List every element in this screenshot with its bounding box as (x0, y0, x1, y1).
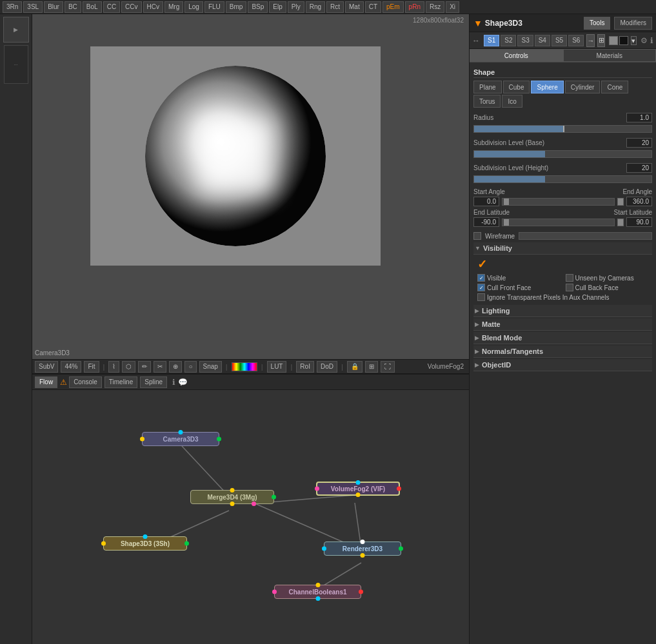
node-camera3d3[interactable]: Camera3D3 (142, 432, 219, 446)
nav-s6[interactable]: S6 (568, 35, 584, 46)
swatch-2[interactable] (619, 36, 628, 45)
subv-button[interactable]: SubV (35, 361, 58, 373)
toolbar-icon-6[interactable]: ○ (184, 361, 196, 373)
toolbar-icon-5[interactable]: ⊕ (169, 361, 182, 373)
shape-ico-btn[interactable]: Ico (502, 95, 522, 108)
visibility-header[interactable]: ▼ Visibility (473, 242, 652, 255)
fit-button[interactable]: Fit (84, 361, 99, 373)
nav-s1[interactable]: S1 (484, 35, 499, 46)
tab-controls[interactable]: Controls (470, 49, 563, 62)
node-renderer3d3[interactable]: Renderer3D3 (324, 542, 401, 556)
swatch-1[interactable] (609, 36, 618, 45)
tool-btn-flu[interactable]: FLU (204, 1, 224, 13)
options-icon[interactable]: ⊞ (365, 361, 378, 373)
matte-header[interactable]: ▶ Matte (473, 318, 652, 331)
tool-btn-bmp[interactable]: Bmp (226, 1, 247, 13)
tool-btn-ccv[interactable]: CCv (121, 1, 141, 13)
start-latitude-value[interactable]: 90.0 (626, 217, 652, 227)
ignore-transparent-checkbox[interactable] (477, 293, 485, 301)
shape-cube-btn[interactable]: Cube (503, 81, 530, 93)
normals-header[interactable]: ▶ Normals/Tangents (473, 346, 652, 358)
nav-arrow-icon[interactable]: ↔ (472, 36, 480, 45)
node-shape3d3[interactable]: Shape3D3 (3Sh) (103, 536, 187, 551)
node-channelbooleans1[interactable]: ChannelBooleans1 (274, 585, 361, 599)
snap-button[interactable]: Snap (199, 361, 222, 373)
tool-btn-rng[interactable]: Rng (306, 1, 325, 13)
roi-button[interactable]: RoI (296, 361, 314, 373)
visible-checkbox[interactable] (477, 274, 485, 282)
radius-slider[interactable] (473, 125, 652, 133)
tab-console[interactable]: Console (69, 376, 102, 388)
tool-btn-cc[interactable]: CC (103, 1, 120, 13)
tool-btn-blur[interactable]: Blur (44, 1, 63, 13)
shape-torus-btn[interactable]: Torus (473, 95, 501, 108)
info-icon-rp[interactable]: ℹ (650, 36, 653, 45)
tool-btn-xi[interactable]: Xi (446, 1, 459, 13)
nav-icon[interactable]: ⊞ (597, 34, 605, 47)
shape-cone-btn[interactable]: Cone (601, 81, 628, 93)
comment-icon[interactable]: 💬 (178, 378, 188, 387)
nav-arrow-right[interactable]: → (586, 34, 595, 47)
node-volumefog2[interactable]: VolumeFog2 (VIF) (316, 482, 400, 496)
blend-mode-header[interactable]: ▶ Blend Mode (473, 332, 652, 344)
start-angle-value[interactable]: 0.0 (473, 197, 499, 206)
cull-front-checkbox[interactable] (477, 284, 485, 291)
color-bar[interactable] (232, 362, 257, 371)
tool-btn-rsz[interactable]: Rsz (426, 1, 444, 13)
tool-btn-bsp[interactable]: BSp (248, 1, 268, 13)
zoom-button[interactable]: 44% (61, 361, 81, 373)
tool-btn-mat[interactable]: Mat (345, 1, 364, 13)
tab-flow[interactable]: Flow (35, 376, 57, 388)
cull-back-checkbox[interactable] (566, 284, 573, 291)
subdivision-height-slider[interactable] (473, 175, 652, 183)
subdivision-base-slider[interactable] (473, 150, 652, 158)
dod-button[interactable]: DoD (317, 361, 337, 373)
end-latitude-value[interactable]: -90.0 (473, 217, 499, 227)
tab-materials[interactable]: Materials (563, 49, 657, 62)
start-angle-slider[interactable] (502, 198, 615, 206)
settings-icon[interactable]: ⚙ (641, 36, 648, 45)
lighting-header[interactable]: ▶ Lighting (473, 305, 652, 317)
node-merge3d4[interactable]: Merge3D4 (3Mg) (190, 490, 274, 504)
tab-tools[interactable]: Tools (584, 17, 610, 30)
tool-btn-mrg[interactable]: Mrg (164, 1, 183, 13)
toolbar-icon-1[interactable]: ⌇ (108, 361, 119, 373)
toolbar-icon-2[interactable]: ⬡ (122, 361, 135, 373)
tab-timeline[interactable]: Timeline (104, 376, 137, 388)
tab-modifiers[interactable]: Modifiers (614, 17, 652, 30)
toolbar-icon-3[interactable]: ✏ (138, 361, 151, 373)
info-icon[interactable]: ℹ (172, 378, 175, 387)
unseen-checkbox[interactable] (566, 274, 573, 282)
tab-spline[interactable]: Spline (140, 376, 167, 388)
tool-btn-hcv[interactable]: HCv (143, 1, 163, 13)
radius-value[interactable]: 1.0 (626, 113, 652, 122)
tool-btn-log[interactable]: Log (184, 1, 203, 13)
lut-button[interactable]: LUT (267, 361, 287, 373)
tool-btn-ct[interactable]: CT (365, 1, 381, 13)
nav-s5[interactable]: S5 (552, 35, 567, 46)
tool-btn-rct[interactable]: Rct (326, 1, 344, 13)
toolbar-icon-4[interactable]: ✂ (154, 361, 166, 373)
tool-btn-3sl[interactable]: 3SL (23, 1, 43, 13)
swatch-dropdown[interactable]: ▾ (631, 36, 637, 45)
end-latitude-slider[interactable] (502, 219, 615, 226)
left-panel-btn-1[interactable]: ▶ (3, 17, 29, 43)
objectid-header[interactable]: ▶ ObjectID (473, 359, 652, 371)
end-angle-value[interactable]: 360.0 (626, 197, 652, 206)
subdivision-base-value[interactable]: 20 (626, 138, 652, 148)
tool-btn-bc[interactable]: BC (65, 1, 81, 13)
tool-btn-ply[interactable]: Ply (288, 1, 304, 13)
shape-cylinder-btn[interactable]: Cylinder (565, 81, 601, 93)
tool-btn-elp[interactable]: Elp (269, 1, 286, 13)
lock-icon[interactable]: 🔒 (347, 361, 363, 373)
wireframe-color-swatch[interactable] (519, 232, 652, 240)
nav-s3[interactable]: S3 (517, 35, 533, 46)
subdivision-height-value[interactable]: 20 (626, 163, 652, 173)
fullscreen-icon[interactable]: ⛶ (381, 361, 395, 373)
tool-btn-prn[interactable]: pRn (405, 1, 424, 13)
nav-s4[interactable]: S4 (535, 35, 550, 46)
tool-btn-pem[interactable]: pEm (383, 1, 404, 13)
tool-btn-3rn[interactable]: 3Rn (3, 1, 22, 13)
wireframe-checkbox[interactable] (473, 232, 481, 240)
nav-s2[interactable]: S2 (501, 35, 516, 46)
